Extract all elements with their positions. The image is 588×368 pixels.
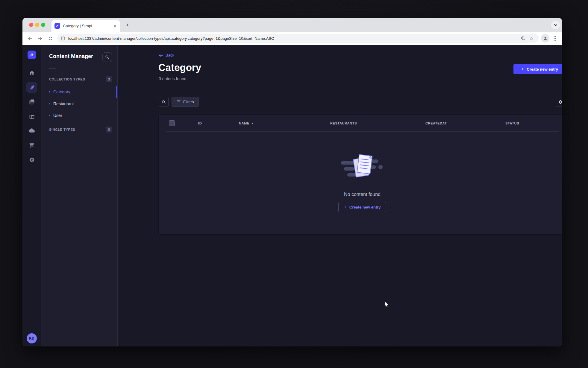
reload-button[interactable] bbox=[45, 33, 55, 43]
column-header-id[interactable]: ID bbox=[198, 121, 239, 125]
browser-tab[interactable]: Category | Strapi × bbox=[51, 20, 120, 32]
forward-button[interactable] bbox=[35, 33, 45, 43]
subnav-item-category[interactable]: Category bbox=[49, 87, 109, 97]
browser-toolbar: localhost:1337/admin/content-manager/col… bbox=[22, 32, 562, 45]
browser-window: Category | Strapi × + localhost:1337/adm… bbox=[22, 18, 562, 346]
url-text: localhost:1337/admin/content-manager/col… bbox=[68, 36, 519, 41]
cloud-icon bbox=[29, 127, 35, 133]
entries-count: 0 entries found bbox=[159, 76, 187, 81]
nav-content-type-builder-button[interactable] bbox=[26, 111, 37, 122]
table-header-row: ID NAME▲ RESTAURANTS CREATEDAT STATUS bbox=[159, 115, 562, 131]
single-types-count-badge: 0 bbox=[106, 127, 112, 133]
main-content: Back Category 0 entries found + Create n… bbox=[118, 45, 562, 346]
tab-search-button[interactable] bbox=[551, 21, 560, 29]
column-header-status[interactable]: STATUS bbox=[505, 121, 562, 125]
entries-table-card: ID NAME▲ RESTAURANTS CREATEDAT STATUS bbox=[159, 115, 562, 234]
shopping-cart-icon bbox=[29, 142, 35, 148]
browser-profile-button[interactable] bbox=[541, 34, 549, 42]
tools-row: Filters bbox=[118, 97, 562, 107]
forward-arrow-icon bbox=[37, 36, 43, 41]
active-item-indicator bbox=[116, 86, 117, 98]
empty-state: No content found + Create new entry bbox=[159, 132, 562, 235]
search-icon bbox=[105, 55, 109, 59]
nav-settings-button[interactable] bbox=[26, 154, 37, 165]
filters-label: Filters bbox=[183, 100, 194, 104]
nav-home-button[interactable] bbox=[26, 67, 37, 78]
collection-types-section: COLLECTION TYPES 3 bbox=[49, 76, 112, 83]
plus-icon: + bbox=[344, 205, 346, 209]
empty-create-label: Create new entry bbox=[349, 205, 381, 209]
strapi-app: KD Content Manager COLLECTION TYPES 3 Ca… bbox=[22, 45, 562, 346]
plus-icon: + bbox=[521, 67, 524, 72]
divider bbox=[26, 64, 37, 64]
strapi-favicon-icon bbox=[54, 23, 60, 29]
divider bbox=[49, 69, 56, 69]
bullet-icon bbox=[49, 91, 50, 92]
subnav-item-user[interactable]: User bbox=[49, 111, 109, 120]
column-header-name[interactable]: NAME▲ bbox=[239, 121, 330, 125]
subnav-search-button[interactable] bbox=[102, 52, 112, 62]
tab-title: Category | Strapi bbox=[63, 24, 113, 28]
empty-message: No content found bbox=[344, 192, 381, 197]
filters-button[interactable]: Filters bbox=[172, 97, 199, 107]
browser-menu-button[interactable] bbox=[551, 34, 559, 42]
table-search-button[interactable] bbox=[159, 97, 169, 107]
single-types-section: SINGLE TYPES 0 bbox=[49, 126, 112, 133]
create-new-entry-label: Create new entry bbox=[527, 67, 558, 72]
page-title: Category bbox=[158, 62, 201, 73]
empty-create-new-entry-button[interactable]: + Create new entry bbox=[338, 202, 386, 212]
nav-cloud-button[interactable] bbox=[26, 125, 37, 136]
minimize-window-button[interactable] bbox=[35, 23, 39, 27]
column-header-createdat[interactable]: CREATEDAT bbox=[425, 121, 505, 125]
content-manager-subnav: Content Manager COLLECTION TYPES 3 Categ… bbox=[41, 45, 118, 346]
new-tab-button[interactable]: + bbox=[124, 21, 131, 29]
chevron-down-icon bbox=[554, 23, 557, 27]
media-library-icon bbox=[29, 99, 35, 105]
sort-asc-icon: ▲ bbox=[251, 122, 254, 125]
reload-icon bbox=[48, 36, 53, 41]
strapi-logo[interactable] bbox=[28, 51, 36, 59]
collection-types-count-badge: 3 bbox=[106, 76, 112, 82]
create-new-entry-button[interactable]: + Create new entry bbox=[513, 64, 562, 74]
empty-documents-illustration bbox=[340, 154, 385, 183]
strapi-logo-icon bbox=[30, 53, 34, 57]
back-label: Back bbox=[166, 53, 174, 57]
page-info-icon[interactable] bbox=[61, 36, 65, 41]
layout-icon bbox=[29, 114, 35, 120]
filter-icon bbox=[177, 100, 181, 104]
gear-icon bbox=[29, 157, 35, 163]
main-navbar: KD bbox=[22, 45, 41, 346]
select-all-checkbox[interactable] bbox=[169, 120, 175, 126]
gear-icon bbox=[558, 100, 562, 104]
subnav-item-label: Restaurant bbox=[53, 101, 74, 106]
bookmark-star-icon[interactable]: ☆ bbox=[527, 35, 536, 42]
fullscreen-window-button[interactable] bbox=[41, 23, 45, 27]
bullet-icon bbox=[49, 103, 50, 104]
nav-media-library-button[interactable] bbox=[26, 96, 37, 107]
bullet-icon bbox=[49, 115, 50, 116]
user-icon bbox=[543, 36, 548, 41]
subnav-item-label: Category bbox=[53, 89, 70, 94]
browser-tab-strip: Category | Strapi × + bbox=[22, 18, 562, 32]
home-icon bbox=[29, 70, 35, 76]
search-icon bbox=[162, 100, 166, 104]
zoom-magnifier-icon bbox=[521, 36, 526, 41]
user-avatar[interactable]: KD bbox=[27, 333, 37, 343]
close-tab-icon[interactable]: × bbox=[113, 23, 117, 28]
back-arrow-icon bbox=[27, 36, 33, 41]
url-bar[interactable]: localhost:1337/admin/content-manager/col… bbox=[57, 34, 539, 43]
subnav-item-label: User bbox=[53, 113, 62, 118]
view-settings-button[interactable] bbox=[556, 97, 562, 107]
back-button[interactable] bbox=[25, 33, 35, 43]
feather-pen-icon bbox=[29, 85, 35, 90]
single-types-label: SINGLE TYPES bbox=[49, 128, 75, 131]
nav-content-manager-button[interactable] bbox=[26, 82, 37, 93]
subnav-title: Content Manager bbox=[49, 53, 93, 60]
close-window-button[interactable] bbox=[29, 23, 33, 27]
column-header-restaurants[interactable]: RESTAURANTS bbox=[330, 121, 425, 125]
back-link[interactable]: Back bbox=[159, 53, 174, 57]
subnav-item-restaurant[interactable]: Restaurant bbox=[49, 99, 109, 109]
nav-marketplace-button[interactable] bbox=[26, 140, 37, 150]
collection-types-label: COLLECTION TYPES bbox=[49, 77, 85, 81]
zoom-page-button[interactable] bbox=[519, 35, 527, 42]
